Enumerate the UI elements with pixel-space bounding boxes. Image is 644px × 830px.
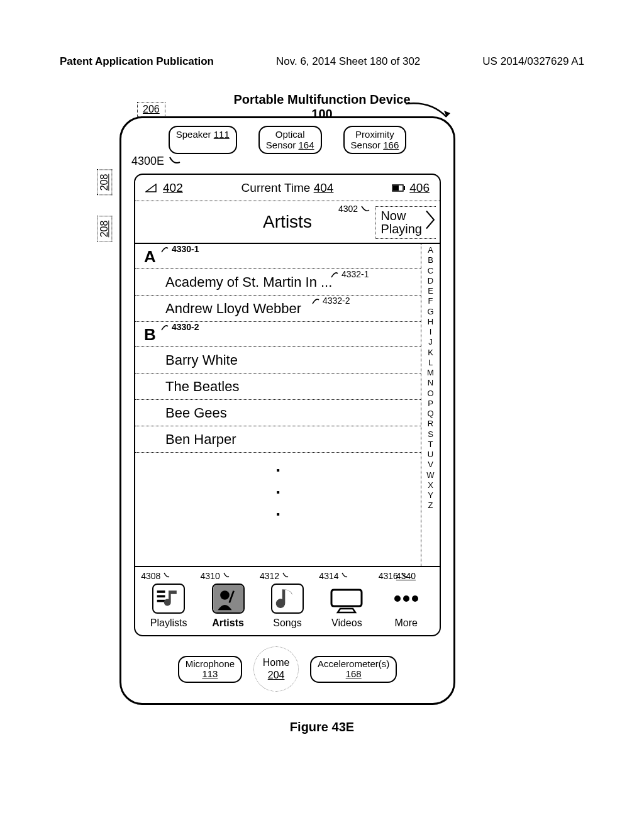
- signal-icon: [145, 184, 157, 192]
- artist-row[interactable]: Academy of St. Martin In ... 4332-1: [135, 269, 421, 296]
- artist-row[interactable]: The Beatles: [135, 374, 421, 400]
- index-letter[interactable]: I: [430, 327, 432, 337]
- nav-title-bar: Artists 4302 Now Playing: [135, 201, 440, 244]
- svg-point-11: [412, 595, 418, 602]
- index-letter[interactable]: C: [428, 266, 433, 276]
- songs-icon: [271, 584, 304, 614]
- tab-label: Songs: [273, 617, 301, 629]
- ref-406: 406: [409, 181, 430, 195]
- ref-4314: 4314: [319, 571, 374, 581]
- touchscreen[interactable]: 402 Current Time 404 406 Artists 4302 No…: [134, 174, 441, 636]
- artist-list-area: A 4330-1 Academy of St. Martin In ... 43…: [135, 244, 440, 566]
- index-letter[interactable]: Y: [428, 490, 433, 501]
- svg-point-10: [403, 595, 409, 602]
- lead-hook-icon: [401, 572, 408, 579]
- videos-icon: [330, 584, 363, 614]
- date-sheet: Nov. 6, 2014 Sheet 180 of 302: [276, 55, 420, 68]
- artist-name: Barry White: [165, 352, 238, 368]
- index-letter[interactable]: O: [427, 389, 433, 399]
- index-letter[interactable]: E: [428, 286, 433, 296]
- ref-4302: 4302: [338, 204, 370, 214]
- proximity-sensor-label: Proximity Sensor 166: [343, 126, 407, 154]
- ref-4312: 4312: [260, 571, 315, 581]
- artist-row[interactable]: Bee Gees: [135, 400, 421, 426]
- ref-208-b: 208: [97, 216, 112, 242]
- tab-bar: 4340 4308 Playlists: [135, 566, 440, 635]
- tab-playlists[interactable]: 4308 Playlists: [141, 584, 196, 629]
- index-letter[interactable]: U: [428, 450, 433, 460]
- index-letter[interactable]: J: [428, 337, 433, 347]
- accelerometer-label: Accelerometer(s) 168: [310, 656, 397, 683]
- index-letter[interactable]: S: [428, 429, 433, 440]
- index-letter[interactable]: L: [428, 358, 433, 368]
- artist-row[interactable]: Andrew Lloyd Webber 4332-2: [135, 296, 421, 322]
- artist-name: Bee Gees: [165, 405, 227, 421]
- more-icon: [390, 584, 423, 614]
- index-letter[interactable]: R: [428, 419, 433, 429]
- ref-4330-2: 4330-2: [160, 322, 199, 332]
- ref-208-a: 208: [97, 170, 112, 196]
- index-letter[interactable]: M: [427, 368, 434, 378]
- svg-point-7: [220, 590, 230, 600]
- svg-rect-5: [157, 600, 165, 602]
- ref-4332-1: 4332-1: [330, 269, 369, 279]
- speaker-label: Speaker 111: [169, 126, 237, 154]
- index-letter[interactable]: A: [428, 245, 433, 255]
- index-letter[interactable]: Z: [428, 501, 433, 511]
- screen-title: Artists: [263, 212, 312, 232]
- battery-icon: [392, 184, 406, 192]
- lead-hook-icon: [360, 205, 370, 214]
- artist-list[interactable]: A 4330-1 Academy of St. Martin In ... 43…: [135, 244, 421, 566]
- hardware-bottom-row: Microphone 113 Home 204 Accelerometer(s)…: [121, 646, 453, 692]
- device-frame: Speaker 111 Optical Sensor 164 Proximity…: [119, 116, 455, 705]
- playlists-icon: [152, 584, 185, 614]
- lead-hook-icon: [341, 572, 348, 579]
- section-header-b: B 4330-2: [135, 322, 421, 347]
- device-title-text: Portable Multifunction Device: [233, 92, 410, 106]
- ref-4310: 4310: [201, 571, 256, 581]
- lead-hook-icon: [311, 296, 320, 305]
- svg-point-9: [394, 595, 401, 602]
- index-letter[interactable]: F: [428, 296, 433, 306]
- svg-rect-2: [404, 186, 405, 190]
- index-letter[interactable]: T: [428, 440, 433, 450]
- home-button[interactable]: Home 204: [253, 646, 299, 692]
- artist-row[interactable]: Barry White: [135, 347, 421, 374]
- index-letter[interactable]: V: [428, 460, 433, 470]
- tab-label: Playlists: [150, 617, 187, 629]
- index-letter[interactable]: G: [427, 307, 433, 317]
- index-letter[interactable]: N: [428, 378, 433, 388]
- tab-songs[interactable]: 4312 Songs: [260, 584, 315, 629]
- index-letter[interactable]: H: [428, 317, 433, 327]
- tab-label: More: [395, 617, 418, 629]
- index-letter[interactable]: P: [428, 399, 433, 409]
- artist-row[interactable]: Ben Harper: [135, 426, 421, 453]
- index-letter[interactable]: W: [426, 470, 434, 480]
- lead-hook-icon: [282, 572, 289, 579]
- lead-hook-icon: [330, 270, 339, 279]
- ellipsis-vertical-icon: ▪▪▪: [135, 453, 421, 526]
- microphone-label: Microphone 113: [178, 656, 242, 683]
- status-bar: 402 Current Time 404 406: [135, 175, 440, 201]
- tab-videos[interactable]: 4314 Videos: [319, 584, 374, 629]
- artists-icon: [212, 584, 245, 614]
- tab-artists[interactable]: 4310 Artists: [201, 584, 256, 629]
- index-letter[interactable]: K: [428, 348, 433, 358]
- tab-label: Artists: [212, 617, 244, 629]
- alpha-index[interactable]: A B C D E F G H I J K L M N O P Q R S T: [421, 244, 440, 566]
- artist-name: The Beatles: [165, 379, 239, 395]
- section-header-a: A 4330-1: [135, 244, 421, 269]
- ref-4330-1: 4330-1: [160, 244, 199, 254]
- ref-4300e: 4300E: [131, 155, 181, 168]
- svg-rect-4: [157, 595, 165, 598]
- tab-more[interactable]: 4316 More: [379, 584, 434, 629]
- figure-caption: Figure 43E: [0, 720, 644, 734]
- ref-206: 206: [137, 102, 165, 117]
- lead-hook-icon: [160, 323, 169, 331]
- index-letter[interactable]: Q: [427, 409, 433, 419]
- index-letter[interactable]: D: [428, 276, 433, 286]
- ref-4316: 4316: [379, 571, 434, 581]
- lead-hook-icon: [167, 156, 181, 166]
- index-letter[interactable]: B: [428, 255, 433, 265]
- index-letter[interactable]: X: [428, 480, 433, 490]
